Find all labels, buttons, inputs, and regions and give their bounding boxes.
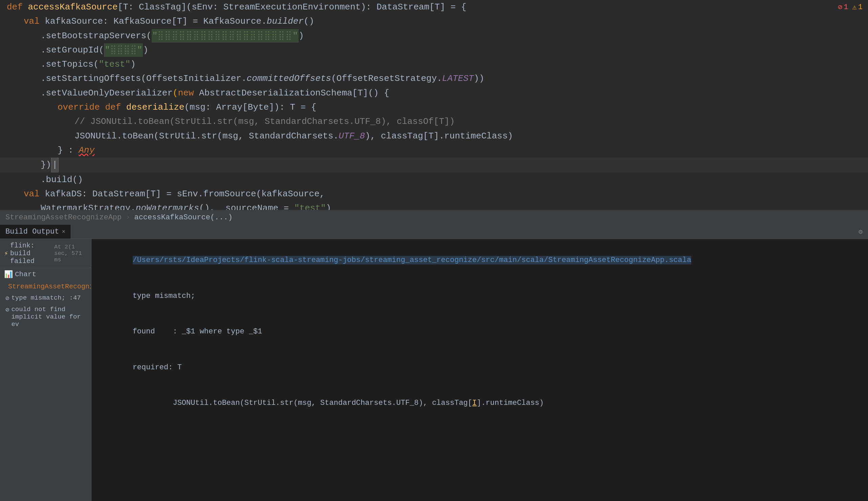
right-panel: /Users/rsts/IdeaProjects/flink-scala-str… — [92, 239, 868, 501]
left-panel: ⚡ flink: build failed At 2(1 sec, 571 ms… — [0, 239, 92, 501]
error-icon-2: ⊘ — [6, 306, 9, 314]
output-body: ⚡ flink: build failed At 2(1 sec, 571 ms… — [0, 239, 868, 501]
code-line-13: .build() — [0, 173, 868, 187]
console-line-path: /Users/rsts/IdeaProjects/flink-scala-str… — [97, 242, 862, 278]
code-line-14: val kafkaDS: DataStream[T] = sEnv.fromSo… — [0, 187, 868, 201]
breadcrumb: StreamingAssetRecognizeApp › accessKafka… — [0, 210, 868, 225]
tab-close-button[interactable]: × — [62, 228, 65, 235]
breadcrumb-app: StreamingAssetRecognizeApp — [6, 213, 121, 222]
output-settings-icon[interactable]: ⚙ — [853, 225, 868, 239]
output-tabs: Build Output × ⚙ — [0, 225, 868, 239]
file-label: StreamingAssetRecognizeApp.scala — [8, 283, 92, 290]
file-item[interactable]: StreamingAssetRecognizeApp.scala — [0, 281, 91, 292]
error-type: type mismatch; — [133, 292, 195, 300]
console-line-1: type mismatch; — [97, 278, 862, 314]
error-item-2[interactable]: ⊘ could not find implicit value for ev — [0, 304, 91, 330]
warning-badge: ⚠ 1 — [853, 3, 862, 12]
warning-icon: ⚠ — [853, 3, 857, 12]
chart-item[interactable]: 📊 Chart — [0, 268, 91, 281]
error-text-1: type mismatch; :47 — [11, 294, 81, 302]
code-line-6: .setStartingOffsets(OffsetsInitializer.c… — [0, 72, 868, 86]
warning-count: 1 — [858, 3, 862, 11]
build-status-item[interactable]: ⚡ flink: build failed At 2(1 sec, 571 ms — [0, 239, 91, 268]
code-line-11: } : Any — [0, 143, 868, 157]
build-time: At 2(1 sec, 571 ms — [54, 244, 87, 263]
error-icon-1: ⊘ — [6, 294, 9, 302]
editor-error-badges: ⊘ 1 ⚠ 1 — [838, 3, 862, 12]
code-line-9: // JSONUtil.toBean(StrUtil.str(msg, Stan… — [0, 115, 868, 129]
path-text: /Users/rsts/IdeaProjects/flink-scala-str… — [133, 256, 691, 264]
error-item-1[interactable]: ⊘ type mismatch; :47 — [0, 292, 91, 304]
console-line-2: found : _$1 where type _$1 — [97, 314, 862, 350]
build-output-tab[interactable]: Build Output × — [0, 225, 71, 239]
code-line-5: .setTopics("test") — [0, 57, 868, 72]
breadcrumb-separator: › — [126, 213, 130, 222]
code-line-15: WatermarkStrategy.noWatermarks(), source… — [0, 201, 868, 210]
error-badge: ⊘ 1 — [838, 3, 848, 12]
code-line-4: .setGroupId("⣿⣿⣿⣿") — [0, 43, 868, 57]
breadcrumb-method: accessKafkaSource(...) — [134, 213, 232, 222]
flink-icon: ⚡ — [4, 249, 8, 258]
output-panel: Build Output × ⚙ ⚡ flink: build failed A… — [0, 225, 868, 501]
console-line-4: JSONUtil.toBean(StrUtil.str(msg, Standar… — [97, 385, 862, 421]
code-line-8: override def deserialize(msg: Array[Byte… — [0, 100, 868, 115]
code-reference: JSONUtil.toBean(StrUtil.str(msg, Standar… — [133, 399, 544, 407]
code-line-1: def accessKafkaSource[T: ClassTag](sEnv:… — [0, 0, 868, 14]
build-label: flink: build failed — [10, 242, 51, 265]
error-icon: ⊘ — [838, 3, 842, 12]
error-text-2: could not find implicit value for ev — [11, 306, 87, 328]
code-line-10: JSONUtil.toBean(StrUtil.str(msg, Standar… — [0, 129, 868, 143]
found-line: found : _$1 where type _$1 — [133, 327, 262, 336]
chart-icon: 📊 — [4, 270, 13, 279]
chart-label: Chart — [15, 270, 36, 278]
build-output-tab-label: Build Output — [6, 227, 59, 236]
required-line: required: T — [133, 363, 182, 372]
code-line-3: .setBootstrapServers("⣿⣿⣿⣿⣿⣿⣿⣿⣿⣿⣿⣿⣿⣿⣿⣿⣿⣿… — [0, 29, 868, 43]
gear-icon: ⚙ — [858, 227, 862, 236]
code-line-2: val kafkaSource: KafkaSource[T] = KafkaS… — [0, 14, 868, 29]
console-line-3: required: T — [97, 350, 862, 386]
code-editor: ⊘ 1 ⚠ 1 def accessKafkaSource[T: ClassTa… — [0, 0, 868, 210]
code-line-7: .setValueOnlyDeserializer(new AbstractDe… — [0, 86, 868, 100]
error-count: 1 — [844, 3, 848, 11]
code-line-12: })| — [0, 157, 868, 172]
